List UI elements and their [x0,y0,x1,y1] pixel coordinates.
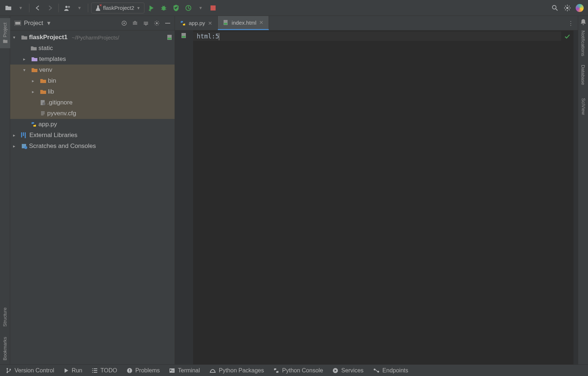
tree-item-static[interactable]: static [10,43,175,54]
tree-project-root[interactable]: ▾ flaskProject1 ~/PycharmProjects/ [10,32,175,43]
svg-point-17 [24,146,27,149]
todo-button[interactable]: TODO [92,367,117,374]
folder-icon [30,46,37,51]
list-icon [92,368,98,373]
notifications-tool-button[interactable] [580,19,586,25]
tab-app-py[interactable]: app.py ✕ [175,16,218,30]
open-folder-button[interactable] [3,3,14,13]
svg-rect-27 [129,372,130,372]
panel-settings-button[interactable] [152,20,162,26]
tree-item-bin[interactable]: ▸ bin [10,75,175,86]
library-icon [21,132,26,138]
svg-point-31 [377,371,379,372]
run-config-label: flaskProject2 [103,5,134,11]
svg-rect-19 [224,23,227,25]
html-file-icon [223,20,229,25]
inspection-status-icon[interactable] [561,30,573,364]
endpoints-button[interactable]: Endpoints [373,367,408,374]
version-control-button[interactable]: Version Control [6,367,54,374]
svg-point-22 [7,368,8,369]
vcs-user-button[interactable] [62,3,73,13]
project-tree: ▾ flaskProject1 ~/PycharmProjects/ stati… [10,30,175,153]
branch-icon [6,368,12,373]
folder-icon [40,78,46,83]
html-file-icon [167,34,173,40]
svg-point-4 [552,5,556,9]
tree-item-lib[interactable]: ▸ lib [10,86,175,97]
project-view-icon [15,21,21,26]
folder-icon [21,35,28,40]
chevron-right-icon: ▸ [13,144,20,149]
terminal-button[interactable]: Terminal [169,367,200,374]
run-config-selector[interactable]: ✕ flaskProject2 ▼ [91,3,144,13]
problems-button[interactable]: Problems [127,367,160,374]
svg-point-30 [373,368,375,370]
packages-icon [209,368,216,373]
svg-rect-26 [129,369,130,371]
services-button[interactable]: Services [332,367,363,374]
chevron-right-icon: ▸ [23,57,30,62]
tab-index-html[interactable]: index.html ✕ [218,16,269,30]
chevron-down-icon: ▾ [13,35,20,40]
left-tool-strip: Project Structure Bookmarks [0,16,10,364]
run-button[interactable] [146,3,157,13]
profile-button[interactable] [183,3,194,13]
nav-back-button[interactable] [32,3,43,13]
services-icon [332,368,338,373]
right-tool-strip: Notifications Database SciView [578,16,588,364]
html-badge-icon [181,33,187,38]
run-tool-button[interactable]: Run [64,367,82,374]
tree-item-ext-libs[interactable]: ▸ External Libraries [10,130,175,141]
tree-item-venv[interactable]: ▾ venv [10,65,175,75]
project-panel-header: Project ▼ [10,16,175,30]
svg-rect-11 [165,23,170,24]
select-opened-button[interactable] [119,20,129,26]
nav-forward-button[interactable] [45,3,56,13]
debug-button[interactable] [158,3,169,13]
notifications-tool-button[interactable]: Notifications [570,30,588,57]
expand-all-button[interactable] [130,20,140,26]
terminal-icon [169,368,175,373]
chevron-down-icon: ▾ [23,67,30,73]
plugins-button[interactable] [574,3,585,13]
text-file-icon [40,111,46,116]
hide-panel-button[interactable] [163,20,172,26]
view-mode-dropdown[interactable]: ▼ [46,20,52,26]
close-tab-button[interactable]: ✕ [259,20,264,25]
svg-point-1 [162,6,166,11]
svg-point-0 [65,6,68,8]
coverage-button[interactable] [171,3,181,13]
python-packages-button[interactable]: Python Packages [209,367,264,374]
stop-button[interactable] [208,3,219,13]
flask-icon: ✕ [95,5,101,11]
tree-item-app-py[interactable]: app.py [10,119,175,130]
folder-icon [40,89,46,94]
bottom-tool-bar: Version Control Run TODO Problems Termin… [0,364,588,376]
chevron-right-icon: ▸ [32,89,38,94]
tree-item-templates[interactable]: ▸ templates [10,54,175,65]
svg-point-23 [7,372,8,373]
collapse-all-button[interactable] [141,20,151,26]
search-button[interactable] [550,3,560,13]
svg-point-15 [42,102,45,105]
file-icon [40,100,46,106]
close-tab-button[interactable]: ✕ [208,20,212,26]
main-toolbar: ▼ ▼ ✕ flaskProject2 ▼ [0,0,588,16]
python-icon [273,368,279,373]
project-panel: Project ▼ ▾ flaskProject1 ~/PycharmProje… [10,16,175,364]
tree-item-pyvenv[interactable]: pyvenv.cfg [10,108,175,119]
database-tool-button[interactable]: Database [573,61,588,88]
tree-item-gitignore[interactable]: .gitignore [10,97,175,108]
tree-item-scratches[interactable]: ▸ Scratches and Consoles [10,141,175,152]
python-console-button[interactable]: Python Console [273,367,323,374]
project-label: Project [2,22,8,37]
tabs-menu-button[interactable]: ⋮ [564,16,578,30]
settings-button[interactable] [562,3,573,13]
editor-content[interactable]: html:5 [193,30,561,364]
endpoints-icon [373,368,380,373]
python-file-icon [180,20,186,26]
svg-point-5 [566,7,568,9]
svg-rect-7 [15,22,20,25]
svg-rect-3 [211,5,216,11]
sciview-tool-button[interactable]: SciView [575,93,588,120]
